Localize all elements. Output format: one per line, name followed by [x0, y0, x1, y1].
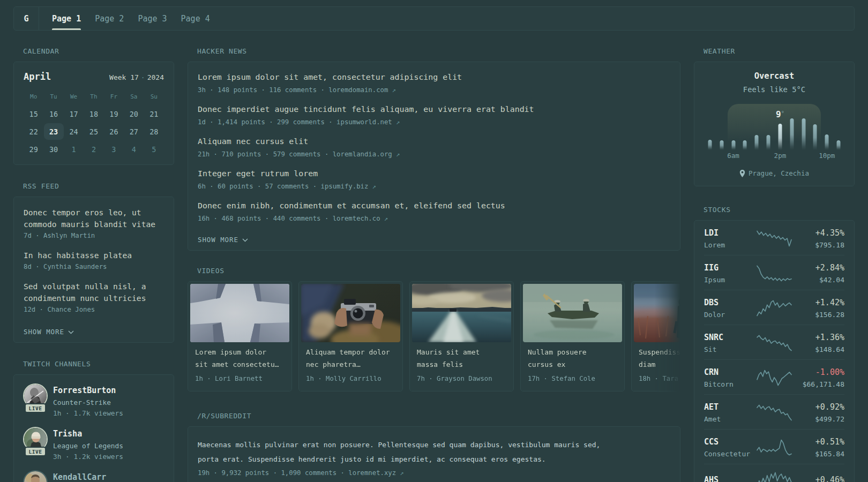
- calendar-day-cell[interactable]: 17: [64, 105, 84, 123]
- calendar-day-cell[interactable]: 18: [84, 105, 103, 123]
- twitch-channel-info: TrishaLeague of Legends3h · 1.2k viewers: [53, 427, 123, 461]
- app-logo[interactable]: G: [14, 7, 39, 30]
- nav-tab-page-2[interactable]: Page 2: [95, 7, 124, 30]
- calendar-day-cell[interactable]: 30: [43, 140, 63, 158]
- hackernews-show-more-button[interactable]: SHOW MORE: [198, 234, 248, 245]
- video-meta: 7h · Grayson Dawson: [417, 374, 506, 383]
- dashboard-page: G Page 1Page 2Page 3Page 4 CALENDAR Apri…: [0, 0, 868, 482]
- hackernews-item-title[interactable]: Donec imperdiet augue tincidunt felis al…: [198, 104, 670, 115]
- external-link-icon: ↗: [384, 215, 388, 222]
- twitch-channel-category[interactable]: Counter-Strike: [53, 398, 123, 407]
- stock-price: $499.72: [792, 414, 844, 424]
- calendar-day: 18: [84, 106, 103, 122]
- video-title[interactable]: Mauris sit ametmassa felis: [417, 346, 506, 371]
- twitch-channel-name[interactable]: KendallCarr: [53, 472, 106, 482]
- twitch-avatar[interactable]: [23, 470, 48, 482]
- calendar-day-cell[interactable]: 19: [104, 105, 124, 123]
- stock-symbol[interactable]: CRN: [704, 367, 756, 378]
- calendar-day-cell[interactable]: 26: [104, 123, 124, 140]
- stock-info: LDILorem: [704, 228, 756, 250]
- hackernews-item-title[interactable]: Donec enim nibh, condimentum et accumsan…: [198, 200, 670, 212]
- rss-show-more-button[interactable]: SHOW MORE: [24, 326, 74, 337]
- calendar-day-cell[interactable]: 1: [64, 140, 84, 158]
- video-title[interactable]: Lorem ipsum dolorsit amet consectetu…: [195, 346, 285, 371]
- calendar-day-cell[interactable]: 5: [144, 140, 164, 158]
- video-meta: 17h · Stefan Cole: [528, 374, 617, 383]
- calendar-day-cell[interactable]: 20: [124, 105, 144, 123]
- video-title-line: sit amet consectetu…: [195, 358, 285, 371]
- subreddit-post-title[interactable]: Maecenas mollis pulvinar erat non posuer…: [198, 438, 610, 466]
- calendar-day-cell[interactable]: 27: [124, 123, 144, 140]
- rss-item-title[interactable]: Donec tempor eros leo, ut commodo mauris…: [24, 207, 164, 230]
- hackernews-item-meta: 21h · 710 points · 579 comments · loreml…: [198, 149, 670, 159]
- hackernews-item-title[interactable]: Integer eget rutrum lorem: [198, 168, 670, 179]
- calendar-month: April: [24, 71, 51, 82]
- stock-sparkline: [756, 230, 792, 248]
- stock-info: DBSDolor: [704, 297, 756, 320]
- calendar-year: 2024: [147, 73, 164, 81]
- video-title[interactable]: Aliquam tempor dolornec pharetra…: [306, 346, 395, 371]
- calendar-day: 2: [84, 141, 103, 157]
- rss-item-meta: 8d · Cynthia Saunders: [24, 261, 164, 273]
- twitch-widget: TWITCH CHANNELS LIVEForrestBurtonCounter…: [13, 360, 174, 482]
- video-title[interactable]: Nullam posuerecursus ex: [528, 346, 617, 371]
- calendar-day-cell[interactable]: 25: [84, 123, 103, 140]
- stock-sparkline: [756, 265, 792, 283]
- stock-symbol[interactable]: AHS: [704, 475, 756, 482]
- stock-symbol[interactable]: CCS: [704, 436, 756, 448]
- videos-widget-label: VIDEOS: [197, 267, 680, 275]
- rss-item-title[interactable]: In hac habitasse platea: [24, 250, 164, 261]
- twitch-channel-row: LIVEForrestBurtonCounter-Strike1h · 1.7k…: [23, 383, 164, 418]
- calendar-day-cell[interactable]: 21: [144, 105, 164, 123]
- calendar-day-cell[interactable]: 16: [43, 105, 63, 123]
- video-card[interactable]: Nullam posuerecursus ex17h · Stefan Cole: [520, 281, 625, 391]
- weather-daylight-area: [728, 104, 821, 150]
- calendar-day-cell[interactable]: 2: [84, 140, 103, 158]
- stock-row: AHS+0.46%: [704, 464, 844, 482]
- video-thumbnail: [412, 284, 511, 342]
- video-card[interactable]: Mauris sit ametmassa felis7h · Grayson D…: [409, 281, 514, 391]
- calendar-day: 25: [84, 123, 103, 140]
- stock-symbol[interactable]: DBS: [704, 297, 756, 308]
- twitch-channel-category[interactable]: League of Legends: [53, 441, 123, 450]
- stock-info: SNRCSit: [704, 332, 756, 355]
- calendar-day-cell[interactable]: 3: [104, 140, 124, 158]
- nav-tab-page-1[interactable]: Page 1: [52, 7, 81, 30]
- calendar-day-cell[interactable]: 23: [43, 123, 63, 140]
- hackernews-item-title[interactable]: Aliquam nec cursus elit: [198, 136, 670, 147]
- calendar-day-cell[interactable]: 15: [24, 105, 43, 123]
- weather-widget-label: WEATHER: [704, 47, 855, 55]
- stock-symbol[interactable]: LDI: [704, 228, 756, 239]
- twitch-channel-name[interactable]: Trisha: [53, 429, 123, 439]
- thumb-monoliths: [190, 284, 289, 342]
- video-title[interactable]: Suspendisse euismoddiam: [639, 346, 680, 371]
- video-card[interactable]: Aliquam tempor dolornec pharetra…1h · Mo…: [298, 281, 403, 391]
- stock-price: $165.84: [792, 449, 844, 459]
- stock-price: $795.18: [792, 240, 844, 250]
- calendar-weekday: Fr: [104, 91, 124, 102]
- calendar-day-cell[interactable]: 28: [144, 123, 164, 140]
- stock-info: CRNBitcorn: [704, 367, 756, 389]
- video-card[interactable]: Lorem ipsum dolorsit amet consectetu…1h …: [188, 281, 292, 391]
- calendar-day-cell[interactable]: 4: [124, 140, 144, 158]
- nav-tab-page-4[interactable]: Page 4: [181, 7, 210, 30]
- stock-symbol[interactable]: AET: [704, 402, 756, 413]
- calendar-day: 17: [64, 106, 84, 122]
- calendar-day-cell[interactable]: 22: [24, 123, 43, 140]
- twitch-channel-name[interactable]: ForrestBurton: [53, 386, 123, 396]
- video-card[interactable]: Suspendisse euismoddiam18h · Tara Walsh: [631, 281, 680, 391]
- weather-temp-bar: [755, 135, 759, 150]
- stock-name: Sit: [704, 344, 756, 355]
- weather-axis-label: 2pm: [774, 152, 787, 160]
- calendar-day-cell[interactable]: 29: [24, 140, 43, 158]
- video-thumbnail: [634, 284, 680, 342]
- video-meta: 18h · Tara Walsh: [639, 374, 680, 383]
- calendar-day-cell[interactable]: 24: [64, 123, 84, 140]
- stock-symbol[interactable]: SNRC: [704, 332, 756, 343]
- nav-tab-page-3[interactable]: Page 3: [138, 7, 167, 30]
- rss-item-title[interactable]: Sed volutpat nulla nisl, a condimentum n…: [24, 281, 164, 304]
- stock-name: Consectetur: [704, 449, 756, 459]
- stock-row: SNRCSit+1.36%$148.64: [704, 325, 844, 359]
- hackernews-item-title[interactable]: Lorem ipsum dolor sit amet, consectetur …: [198, 72, 670, 83]
- stock-symbol[interactable]: IIG: [704, 262, 756, 274]
